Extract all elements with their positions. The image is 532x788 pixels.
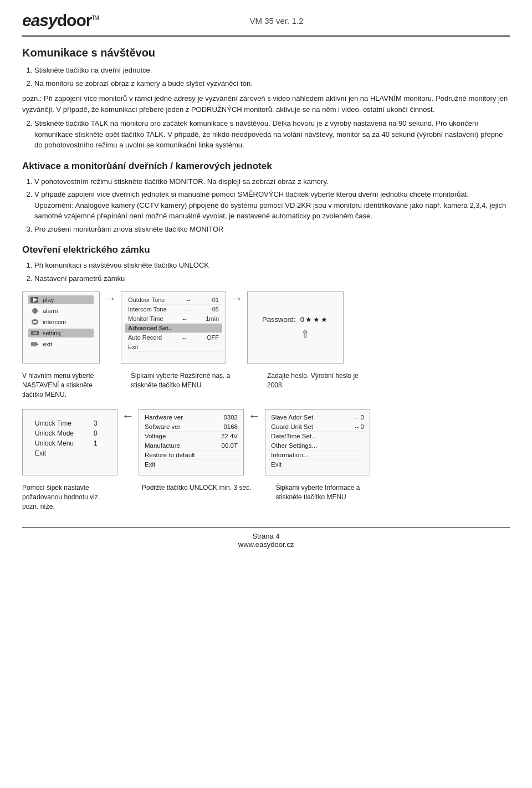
menu-intercom: Intercom Tone--05 (125, 305, 222, 314)
diagram1-captions: V hlavním menu vyberte NASTAVENÍ a stisk… (22, 369, 510, 399)
password-label: Password: (262, 315, 296, 324)
section2-item2: V případě zapojení více dveřních jednote… (34, 189, 510, 222)
other-settings: Other Settings... (269, 441, 366, 451)
diagram2-captions: Pomocí šipek nastavte požadovanou hodnot… (22, 481, 510, 511)
info-hw: Hardware ver0302 (142, 413, 240, 422)
unlock-table: Unlock Time 3 Unlock Mode 0 Unlock Menu … (29, 414, 110, 463)
diagram1-box1: play ! alarm intercom setting exit (22, 291, 100, 364)
caption4-text: Pomocí šipek nastavte požadovanou hodnot… (22, 484, 100, 510)
diagram2-row: Unlock Time 3 Unlock Mode 0 Unlock Menu … (22, 409, 510, 475)
website: www.easydoor.cz (22, 540, 510, 549)
diagram2-box2: Hardware ver0302 Software ver0168 Voltag… (139, 409, 244, 475)
slave-addr: Slave Addr Set-- 0 (269, 413, 366, 422)
caption1-text: V hlavním menu vyberte NASTAVENÍ a stisk… (22, 372, 94, 398)
unlock-row-mode: Unlock Mode 0 (35, 428, 105, 438)
menu-outdoor: Outdoor Tone--01 (125, 295, 222, 305)
section3-item1: Při komunikaci s návštěvou stiskněte tla… (34, 260, 510, 271)
section1-item1: Stiskněte tlačítko na dveřní jednotce. (34, 65, 510, 76)
page-number: Strana 4 (22, 532, 510, 540)
caption4-cell: Pomocí šipek nastavte požadovanou hodnot… (22, 481, 122, 511)
svg-text:!: ! (33, 310, 34, 314)
menu-exit1: Exit (125, 342, 222, 352)
info-mfg: Manufacture00.0T (142, 441, 240, 451)
section-kommunikace: Komunikace s návštěvou Stiskněte tlačítk… (22, 47, 510, 151)
unlock-row-menu: Unlock Menu 1 (35, 438, 105, 448)
section2-item1: V pohotovostním režimu stiskněte tlačítk… (34, 176, 510, 187)
page-footer: Strana 4 www.easydoor.cz (22, 527, 510, 549)
information: Information... (269, 451, 366, 460)
svg-rect-5 (33, 321, 37, 323)
section-aktivace: Aktivace a monitorůání dveřních / kamero… (22, 161, 510, 235)
menu-item-exit: exit (28, 340, 94, 349)
guard-unit: Guard Unit Set-- 0 (269, 422, 366, 432)
svg-marker-9 (36, 343, 39, 345)
menu-item-intercom: intercom (28, 318, 94, 326)
diagram1-box2: Outdoor Tone--01 Intercom Tone--05 Monit… (121, 291, 226, 364)
menu-item-setting: setting (28, 329, 94, 337)
diagram1-row: play ! alarm intercom setting exit → Out… (22, 291, 510, 364)
section2-item3: Pro zrušení monitorůání znova stiskněte … (34, 224, 510, 235)
section1-heading: Komunikace s návštěvou (22, 47, 510, 59)
arrow1: → (100, 291, 121, 364)
section3-item2: Nastavení parametrů zámku (34, 273, 510, 284)
section-otvreni: Otevření elektrického zámku Při komunika… (22, 244, 510, 284)
datetime-set: Date/Time Set... (269, 432, 366, 441)
section1-item3: Stiskněte tlačítko TALK na monitoru pro … (34, 118, 510, 151)
menu-advanced: Advanced Set.. (125, 324, 222, 333)
menu-item-play: play (28, 295, 94, 304)
caption3-text: Zadajte heslo. Výrobní heslo je 2008. (267, 372, 359, 389)
info-table: Hardware ver0302 Software ver0168 Voltag… (142, 413, 240, 469)
slave-exit: Exit (269, 460, 366, 469)
info-restore: Restore to default (142, 451, 240, 460)
arrow2: → (226, 291, 247, 364)
page-header: easydoorTM VM 35 ver. 1.2 (22, 11, 510, 37)
section1-item2: Na monitoru se zobrazí obraz z kamery a … (34, 78, 510, 89)
password-value: 0★★★ (300, 315, 329, 324)
caption3-cell: Zadajte heslo. Výrobní heslo je 2008. (267, 369, 367, 399)
info-voltage: Voltage22.4V (142, 432, 240, 441)
arrow4: ← (244, 409, 265, 475)
caption1-cell: V hlavním menu vyberte NASTAVENÍ a stisk… (22, 369, 111, 399)
caption6-text: Šipkami vyberte Informace a stiskněte tl… (275, 484, 360, 501)
password-section: Password: 0★★★ ⇧ (253, 310, 337, 346)
unlock-row-exit: Exit (35, 448, 105, 458)
caption6-cell: Šipkami vyberte Informace a stiskněte tl… (275, 481, 392, 511)
caption2-cell: Šipkami vyberte Rozšírené nas. a stiskně… (131, 369, 247, 399)
section1-note: pozn.: Při zapojení více monitorů v rámc… (22, 93, 510, 115)
info-sw: Software ver0168 (142, 422, 240, 432)
menu-monitor: Monitor Time--1min (125, 314, 222, 324)
diagram2-box3: Slave Addr Set-- 0 Guard Unit Set-- 0 Da… (265, 409, 370, 475)
caption2-text: Šipkami vyberte Rozšírené nas. a stiskně… (131, 372, 230, 389)
logo: easydoorTM (22, 11, 99, 30)
section3-heading: Otevření elektrického zámku (22, 244, 510, 255)
svg-rect-8 (31, 342, 37, 346)
diagram2-box1: Unlock Time 3 Unlock Mode 0 Unlock Menu … (22, 409, 117, 475)
slave-table: Slave Addr Set-- 0 Guard Unit Set-- 0 Da… (269, 413, 366, 469)
diagram1-box3: Password: 0★★★ ⇧ (247, 291, 344, 364)
menu-item-alarm: ! alarm (28, 306, 94, 315)
section2-heading: Aktivace a monitorůání dveřních / kamero… (22, 161, 510, 172)
info-exit: Exit (142, 460, 240, 469)
header-title: VM 35 ver. 1.2 (250, 16, 304, 25)
menu-autorecord: Auto Record--OFF (125, 333, 222, 342)
arrow3: ← (117, 409, 139, 475)
caption5-cell: Podržte tlačítko UNLOCK min. 3 sec. (142, 481, 255, 511)
caption5-text: Podržte tlačítko UNLOCK min. 3 sec. (142, 484, 251, 492)
unlock-row-time: Unlock Time 3 (35, 418, 105, 428)
